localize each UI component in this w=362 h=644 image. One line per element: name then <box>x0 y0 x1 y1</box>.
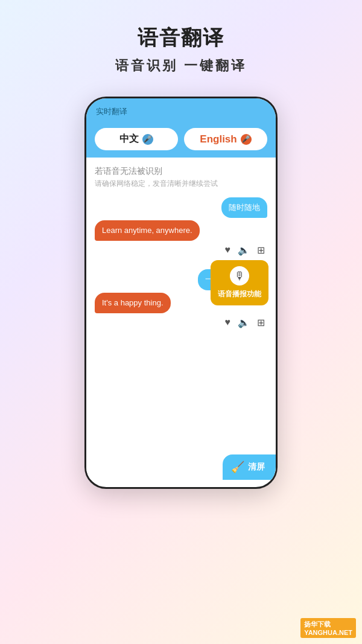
heart-icon-2[interactable]: ♥ <box>225 317 231 328</box>
chinese-lang-button[interactable]: 中文 🎤 <box>95 128 178 150</box>
message-group-1: 随时随地 Learn anytime, anywhere. ♥ 🔈 ⊞ <box>95 197 267 261</box>
message-row-chinese-1: 随时随地 <box>95 197 267 218</box>
tooltip-text: 语音播报功能 <box>218 289 261 299</box>
broom-icon: 🧹 <box>231 461 244 474</box>
clear-label: 清屏 <box>248 462 265 473</box>
message-row-english-1: Learn anytime, anywhere. <box>95 220 267 241</box>
page-subtitle: 语音识别 一键翻译 <box>12 57 350 75</box>
volume-icon-1[interactable]: 🔈 <box>238 244 250 256</box>
error-message: 若语音无法被识别 请确保网络稳定，发音清晰并继续尝试 <box>95 166 267 189</box>
english-bubble-1: Learn anytime, anywhere. <box>95 220 200 241</box>
chinese-bubble-1: 随时随地 <box>221 197 267 218</box>
english-mic-icon: 🎤 <box>241 134 252 145</box>
error-title: 若语音无法被识别 <box>95 166 267 177</box>
language-row: 中文 🎤 English 🎤 <box>86 123 276 158</box>
english-lang-button[interactable]: English 🎤 <box>184 128 267 150</box>
volume-icon-2[interactable]: 🔈 <box>238 317 250 328</box>
watermark: 扬华下载YANGHUA.NET <box>300 618 356 638</box>
error-subtitle: 请确保网络稳定，发音清晰并继续尝试 <box>95 179 267 189</box>
tooltip-popup: 🎙 语音播报功能 <box>211 260 268 305</box>
english-lang-label: English <box>200 133 237 145</box>
english-bubble-2: It's a happy thing. <box>95 293 171 313</box>
phone-top-bar: 实时翻译 <box>86 98 276 123</box>
chinese-lang-label: 中文 <box>119 133 139 145</box>
clear-button[interactable]: 🧹 清屏 <box>223 454 276 480</box>
action-row-2: ♥ 🔈 ⊞ <box>95 316 267 333</box>
copy-icon-2[interactable]: ⊞ <box>257 317 265 328</box>
header-area: 语音翻译 语音识别 一键翻译 <box>0 0 362 87</box>
tooltip-mic-icon: 🎙 <box>230 266 249 285</box>
chat-area: 若语音无法被识别 请确保网络稳定，发音清晰并继续尝试 随时随地 Learn an… <box>86 158 276 480</box>
page-title: 语音翻译 <box>12 24 350 52</box>
action-row-1: ♥ 🔈 ⊞ <box>95 243 267 261</box>
heart-icon-1[interactable]: ♥ <box>225 244 231 256</box>
status-label: 实时翻译 <box>96 107 127 116</box>
chinese-mic-icon: 🎤 <box>142 134 153 145</box>
copy-icon-1[interactable]: ⊞ <box>257 244 265 256</box>
phone-mockup: 实时翻译 中文 🎤 English 🎤 若语音无法被识别 请确保网络稳定，发音清… <box>84 97 278 489</box>
